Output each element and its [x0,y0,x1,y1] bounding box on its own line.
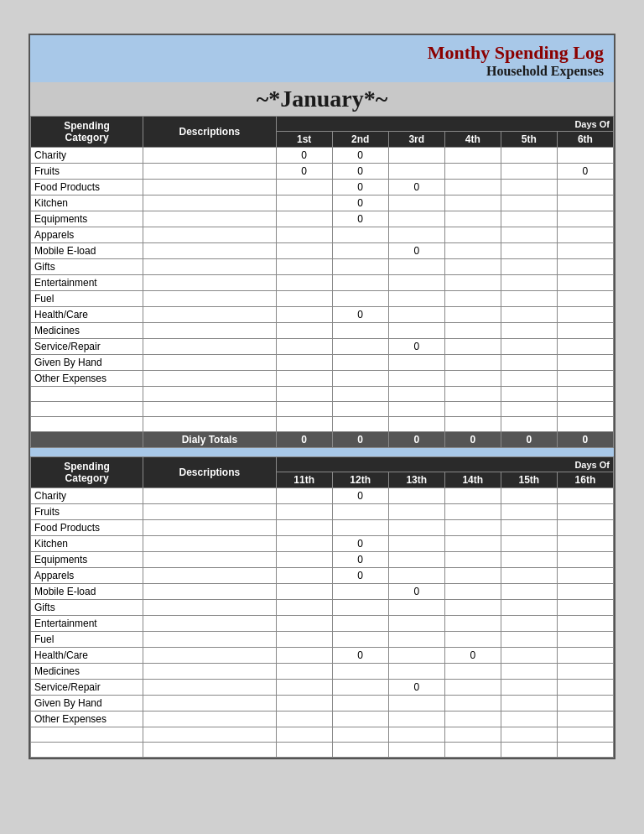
s1-c5-5[interactable] [501,227,557,243]
s1-c3-16[interactable] [388,402,444,417]
s1-c4-16[interactable] [444,402,501,417]
s1-c4-15[interactable] [444,387,501,402]
s1-desc-16[interactable] [143,402,277,417]
s1-c5-9[interactable] [501,291,557,307]
s2-c6-8[interactable] [557,616,613,632]
s1-c1-9[interactable] [276,291,332,307]
s2-c1-2[interactable] [276,520,332,536]
s1-c5-0[interactable] [501,148,557,164]
s2-c1-3[interactable] [276,536,332,552]
s1-c4-12[interactable] [444,339,501,355]
s2-desc-2[interactable] [143,520,277,536]
s1-c5-17[interactable] [501,417,557,432]
s2-c2-5[interactable]: 0 [332,568,388,584]
s2-desc-8[interactable] [143,616,277,632]
s1-c2-2[interactable]: 0 [332,180,388,195]
s2-c2-8[interactable] [332,616,388,632]
s2-desc-15[interactable] [143,727,277,743]
s1-c2-7[interactable] [332,259,388,275]
s2-c6-10[interactable] [557,648,613,664]
s2-c1-16[interactable] [276,743,332,758]
s1-c3-15[interactable] [388,387,444,402]
s2-c3-2[interactable] [388,520,444,536]
s2-c1-5[interactable] [276,568,332,584]
s2-c6-11[interactable] [557,664,613,680]
s1-c3-11[interactable] [388,323,444,339]
s2-c2-4[interactable]: 0 [332,552,388,568]
s2-desc-16[interactable] [143,743,277,758]
s1-c5-12[interactable] [501,339,557,355]
s2-c5-5[interactable] [501,568,557,584]
s1-c1-13[interactable] [276,355,332,371]
s2-c3-11[interactable] [388,664,444,680]
s2-c2-1[interactable] [332,504,388,520]
s2-c1-8[interactable] [276,616,332,632]
s1-c2-5[interactable] [332,227,388,243]
s1-c5-3[interactable] [501,195,557,211]
s2-desc-11[interactable] [143,664,277,680]
s1-c4-3[interactable] [444,195,501,211]
s1-c5-13[interactable] [501,355,557,371]
s2-c3-0[interactable] [388,488,444,504]
s2-c5-4[interactable] [501,552,557,568]
s1-desc-1[interactable] [143,164,277,180]
s2-c6-3[interactable] [557,536,613,552]
s2-c5-7[interactable] [501,600,557,616]
s2-c4-3[interactable] [444,536,501,552]
s2-c1-15[interactable] [276,727,332,743]
s1-c3-9[interactable] [388,291,444,307]
s2-c1-1[interactable] [276,504,332,520]
s1-c2-13[interactable] [332,355,388,371]
s2-c5-11[interactable] [501,664,557,680]
s2-c1-12[interactable] [276,680,332,696]
s2-c3-5[interactable] [388,568,444,584]
s2-c5-10[interactable] [501,648,557,664]
s1-c3-6[interactable]: 0 [388,243,444,259]
s1-c4-0[interactable] [444,148,501,164]
s1-c3-2[interactable]: 0 [388,180,444,195]
s2-desc-12[interactable] [143,680,277,696]
s2-c3-7[interactable] [388,600,444,616]
s1-c2-17[interactable] [332,417,388,432]
s1-c1-16[interactable] [276,402,332,417]
s1-c5-7[interactable] [501,259,557,275]
s2-c6-12[interactable] [557,680,613,696]
s1-c1-4[interactable] [276,211,332,227]
s1-c5-15[interactable] [501,387,557,402]
s1-desc-7[interactable] [143,259,277,275]
s2-c6-0[interactable] [557,488,613,504]
s1-c1-11[interactable] [276,323,332,339]
s1-desc-3[interactable] [143,195,277,211]
s1-c6-16[interactable] [557,402,613,417]
s2-c3-16[interactable] [388,743,444,758]
s2-desc-0[interactable] [143,488,277,504]
s2-c2-13[interactable] [332,696,388,712]
s1-c2-4[interactable]: 0 [332,211,388,227]
s1-c6-13[interactable] [557,355,613,371]
s2-desc-14[interactable] [143,712,277,727]
s2-c3-8[interactable] [388,616,444,632]
s1-c1-3[interactable] [276,195,332,211]
s1-c2-1[interactable]: 0 [332,164,388,180]
s1-c2-14[interactable] [332,371,388,387]
s1-c4-11[interactable] [444,323,501,339]
s1-c3-1[interactable] [388,164,444,180]
s2-c3-3[interactable] [388,536,444,552]
s1-c4-6[interactable] [444,243,501,259]
s2-c5-15[interactable] [501,727,557,743]
s1-c3-10[interactable] [388,307,444,323]
s2-desc-1[interactable] [143,504,277,520]
s1-desc-15[interactable] [143,387,277,402]
s2-c2-12[interactable] [332,680,388,696]
s1-c6-7[interactable] [557,259,613,275]
s1-c1-6[interactable] [276,243,332,259]
s1-desc-6[interactable] [143,243,277,259]
s2-c6-15[interactable] [557,727,613,743]
s2-c6-16[interactable] [557,743,613,758]
s1-c1-0[interactable]: 0 [276,148,332,164]
s1-c6-0[interactable] [557,148,613,164]
s2-c6-1[interactable] [557,504,613,520]
s1-c4-10[interactable] [444,307,501,323]
s1-c5-11[interactable] [501,323,557,339]
s1-c2-9[interactable] [332,291,388,307]
